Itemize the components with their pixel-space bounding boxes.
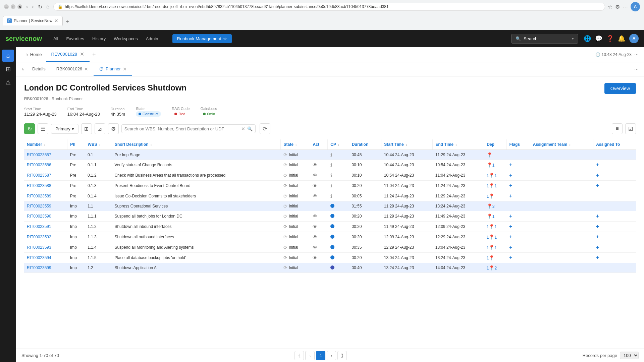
number-link[interactable]: RIT00023588 [27, 183, 51, 188]
prev-page-btn[interactable]: ‹ [305, 351, 315, 360]
assigned-to-add-btn[interactable]: + [596, 183, 599, 188]
act-eye-icon[interactable]: 👁 [313, 193, 317, 199]
assigned-to-add-btn[interactable]: + [596, 172, 599, 178]
browser-maximize[interactable]: □ [11, 4, 15, 9]
cp-info-icon[interactable]: ℹ [330, 162, 332, 168]
act-eye-icon[interactable]: 👁 [313, 245, 317, 250]
number-link[interactable]: RIT00023589 [27, 194, 51, 198]
chat-icon[interactable]: 💬 [595, 35, 602, 42]
runbook-management-btn[interactable]: Runbook Management ☆ [172, 34, 232, 43]
sub-tab-rbk[interactable]: RBK0001026 ✕ [51, 62, 94, 76]
col-short-desc[interactable]: Short Description ↕ [112, 139, 281, 150]
columns-btn[interactable]: ⊞ [81, 123, 92, 134]
flags-add-btn[interactable]: + [509, 172, 512, 178]
nav-workspaces[interactable]: Workspaces [110, 34, 141, 43]
cp-info-icon[interactable]: ℹ [330, 193, 332, 199]
search-clear-btn[interactable]: ✕ [241, 126, 245, 131]
col-flags[interactable]: Flags [506, 139, 530, 150]
col-duration[interactable]: Duration [349, 139, 381, 150]
assigned-to-add-btn[interactable]: + [596, 162, 599, 168]
browser-close[interactable]: ✕ [17, 4, 22, 9]
sidebar-grid-icon[interactable]: ⊞ [2, 63, 14, 75]
flags-add-btn[interactable]: + [509, 193, 512, 199]
last-page-btn[interactable]: ⟫ [337, 351, 347, 360]
browser-star[interactable]: ☆ [608, 4, 612, 10]
tab-rev0001028[interactable]: REV0001028 ✕ [46, 47, 90, 62]
settings-btn[interactable]: ⚙ [108, 123, 119, 134]
nav-favorites[interactable]: Favorites [63, 34, 87, 43]
act-eye-icon[interactable]: 👁 [313, 255, 317, 260]
col-start-time[interactable]: Start Time ↕ [381, 139, 433, 150]
add-tab-btn[interactable]: + [90, 51, 99, 58]
top-search-box[interactable]: 🔍 Search ▾ [511, 34, 578, 44]
next-page-btn[interactable]: › [327, 351, 336, 360]
col-wbs[interactable]: WBS ↕ [85, 139, 112, 150]
number-link[interactable]: RIT00023586 [27, 163, 51, 167]
sync-btn[interactable]: ⟳ [260, 123, 270, 134]
flags-add-btn[interactable]: + [509, 255, 512, 260]
flags-add-btn[interactable]: + [509, 183, 512, 188]
address-bar[interactable]: 🔒 https://iceflotddemo4.service-now.com/… [53, 3, 605, 11]
col-dep[interactable]: Dep [484, 139, 506, 150]
sub-tab-more[interactable]: ⋯ [634, 67, 639, 72]
browser-tab-close-btn[interactable]: ✕ [54, 18, 58, 23]
browser-menu[interactable]: ⋯ [623, 4, 628, 10]
col-cp[interactable]: CP ↕ [328, 139, 349, 150]
sidebar-home-icon[interactable]: ⌂ [2, 50, 14, 62]
act-eye-icon[interactable]: 👁 [313, 224, 317, 229]
col-end-time[interactable]: End Time ↕ [433, 139, 484, 150]
col-number[interactable]: Number ↕ [24, 139, 67, 150]
act-eye-icon[interactable]: 👁 [313, 162, 317, 168]
act-eye-icon[interactable]: 👁 [313, 234, 317, 240]
table-search-input[interactable] [124, 126, 239, 131]
col-assigned-to[interactable]: Assigned To [593, 139, 636, 150]
browser-refresh[interactable]: ↻ [37, 3, 44, 11]
flags-add-btn[interactable]: + [509, 162, 512, 168]
number-link[interactable]: RIT00023594 [27, 255, 51, 260]
tab-rev-close[interactable]: ✕ [80, 51, 84, 57]
assigned-to-add-btn[interactable]: + [596, 224, 599, 229]
browser-tab-new[interactable]: P Planner | ServiceNow ✕ [3, 16, 63, 25]
flags-add-btn[interactable]: + [509, 234, 512, 240]
assigned-to-add-btn[interactable]: + [596, 234, 599, 240]
records-per-page-select[interactable]: 100 50 25 [620, 352, 639, 359]
sub-tab-planner-close[interactable]: ✕ [123, 66, 127, 72]
browser-extensions[interactable]: ⚙ [615, 4, 620, 10]
number-link[interactable]: RIT00023593 [27, 245, 51, 250]
search-dropdown-icon[interactable]: ▾ [572, 37, 574, 41]
sub-tab-collapse[interactable]: ∧ [21, 67, 24, 71]
help-icon[interactable]: ❓ [606, 35, 614, 42]
flags-add-btn[interactable]: + [509, 244, 512, 250]
refresh-btn[interactable]: ↻ [24, 123, 35, 134]
flags-add-btn[interactable]: + [509, 224, 512, 229]
checkbox-all-btn[interactable]: ☑ [625, 123, 636, 134]
act-eye-icon[interactable]: 👁 [313, 214, 317, 219]
number-link[interactable]: RIT00023590 [27, 214, 51, 219]
browser-home[interactable]: ⌂ [45, 3, 51, 10]
cp-info-icon[interactable]: ℹ [330, 152, 332, 158]
number-link[interactable]: RIT00023591 [27, 224, 51, 229]
number-link[interactable]: RIT00023557 [27, 153, 51, 157]
number-link[interactable]: RIT00023599 [27, 265, 51, 270]
first-page-btn[interactable]: ⟪ [294, 351, 304, 360]
primary-btn[interactable]: Primary ▾ [51, 124, 78, 134]
user-avatar[interactable]: A [629, 34, 639, 43]
col-assignment-team[interactable]: Assignment Team ↕ [530, 139, 593, 150]
tab-more-btn[interactable]: ⋯ [634, 52, 639, 57]
act-eye-icon[interactable]: 👁 [313, 183, 317, 188]
assigned-to-add-btn[interactable]: + [596, 213, 599, 219]
sub-tab-planner[interactable]: ⏱ Planner ✕ [94, 62, 132, 76]
browser-profile-avatar[interactable]: A [631, 2, 640, 11]
cp-info-icon[interactable]: ℹ [330, 183, 332, 188]
overview-btn[interactable]: Overview [604, 83, 636, 94]
assigned-to-add-btn[interactable]: + [596, 255, 599, 260]
nav-all[interactable]: All [50, 34, 61, 43]
notifications-icon[interactable]: 🔔 [618, 35, 625, 42]
filter-btn[interactable]: ⊿ [95, 123, 105, 134]
col-act[interactable]: Act [310, 139, 328, 150]
globe-icon[interactable]: 🌐 [584, 35, 591, 42]
tab-home[interactable]: ⌂ Home [21, 47, 46, 62]
browser-back[interactable]: ‹ [25, 3, 29, 10]
table-search-bar[interactable]: ✕ 🔍 [121, 124, 256, 133]
col-state[interactable]: State ↕ [281, 139, 310, 150]
